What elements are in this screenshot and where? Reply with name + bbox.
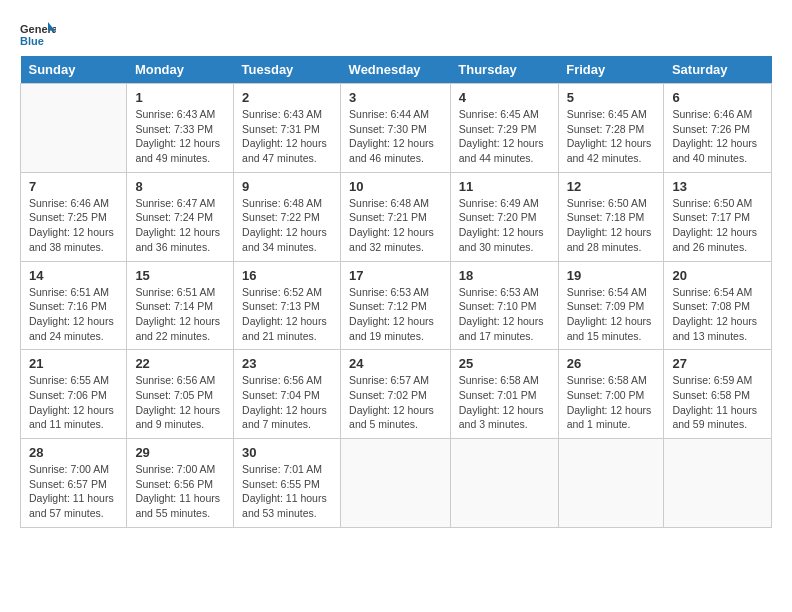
day-number: 1 bbox=[135, 90, 225, 105]
day-info: Sunrise: 6:54 AM Sunset: 7:08 PM Dayligh… bbox=[672, 285, 763, 344]
day-info: Sunrise: 6:51 AM Sunset: 7:16 PM Dayligh… bbox=[29, 285, 118, 344]
day-info: Sunrise: 6:51 AM Sunset: 7:14 PM Dayligh… bbox=[135, 285, 225, 344]
day-number: 17 bbox=[349, 268, 442, 283]
day-number: 11 bbox=[459, 179, 550, 194]
day-number: 20 bbox=[672, 268, 763, 283]
day-number: 29 bbox=[135, 445, 225, 460]
day-header-tuesday: Tuesday bbox=[234, 56, 341, 84]
day-number: 6 bbox=[672, 90, 763, 105]
calendar-cell: 1Sunrise: 6:43 AM Sunset: 7:33 PM Daylig… bbox=[127, 84, 234, 173]
calendar-cell: 26Sunrise: 6:58 AM Sunset: 7:00 PM Dayli… bbox=[558, 350, 664, 439]
calendar-table: SundayMondayTuesdayWednesdayThursdayFrid… bbox=[20, 56, 772, 528]
calendar-cell: 4Sunrise: 6:45 AM Sunset: 7:29 PM Daylig… bbox=[450, 84, 558, 173]
calendar-cell: 15Sunrise: 6:51 AM Sunset: 7:14 PM Dayli… bbox=[127, 261, 234, 350]
svg-text:Blue: Blue bbox=[20, 35, 44, 47]
day-info: Sunrise: 6:52 AM Sunset: 7:13 PM Dayligh… bbox=[242, 285, 332, 344]
day-info: Sunrise: 6:48 AM Sunset: 7:22 PM Dayligh… bbox=[242, 196, 332, 255]
day-number: 15 bbox=[135, 268, 225, 283]
logo-icon: General Blue bbox=[20, 20, 56, 48]
day-number: 25 bbox=[459, 356, 550, 371]
calendar-cell: 3Sunrise: 6:44 AM Sunset: 7:30 PM Daylig… bbox=[341, 84, 451, 173]
calendar-cell: 21Sunrise: 6:55 AM Sunset: 7:06 PM Dayli… bbox=[21, 350, 127, 439]
day-info: Sunrise: 6:43 AM Sunset: 7:31 PM Dayligh… bbox=[242, 107, 332, 166]
day-number: 9 bbox=[242, 179, 332, 194]
day-number: 3 bbox=[349, 90, 442, 105]
calendar-cell bbox=[21, 84, 127, 173]
day-number: 30 bbox=[242, 445, 332, 460]
calendar-cell: 2Sunrise: 6:43 AM Sunset: 7:31 PM Daylig… bbox=[234, 84, 341, 173]
day-info: Sunrise: 7:00 AM Sunset: 6:57 PM Dayligh… bbox=[29, 462, 118, 521]
day-info: Sunrise: 6:44 AM Sunset: 7:30 PM Dayligh… bbox=[349, 107, 442, 166]
calendar-cell: 9Sunrise: 6:48 AM Sunset: 7:22 PM Daylig… bbox=[234, 172, 341, 261]
day-number: 22 bbox=[135, 356, 225, 371]
calendar-cell: 25Sunrise: 6:58 AM Sunset: 7:01 PM Dayli… bbox=[450, 350, 558, 439]
day-number: 13 bbox=[672, 179, 763, 194]
calendar-cell bbox=[664, 439, 772, 528]
day-info: Sunrise: 6:58 AM Sunset: 7:01 PM Dayligh… bbox=[459, 373, 550, 432]
calendar-cell: 18Sunrise: 6:53 AM Sunset: 7:10 PM Dayli… bbox=[450, 261, 558, 350]
day-info: Sunrise: 7:01 AM Sunset: 6:55 PM Dayligh… bbox=[242, 462, 332, 521]
calendar-cell: 29Sunrise: 7:00 AM Sunset: 6:56 PM Dayli… bbox=[127, 439, 234, 528]
day-info: Sunrise: 6:49 AM Sunset: 7:20 PM Dayligh… bbox=[459, 196, 550, 255]
calendar-week-row: 21Sunrise: 6:55 AM Sunset: 7:06 PM Dayli… bbox=[21, 350, 772, 439]
calendar-week-row: 7Sunrise: 6:46 AM Sunset: 7:25 PM Daylig… bbox=[21, 172, 772, 261]
day-number: 23 bbox=[242, 356, 332, 371]
day-info: Sunrise: 6:59 AM Sunset: 6:58 PM Dayligh… bbox=[672, 373, 763, 432]
calendar-cell: 16Sunrise: 6:52 AM Sunset: 7:13 PM Dayli… bbox=[234, 261, 341, 350]
day-number: 7 bbox=[29, 179, 118, 194]
day-info: Sunrise: 6:46 AM Sunset: 7:25 PM Dayligh… bbox=[29, 196, 118, 255]
day-number: 10 bbox=[349, 179, 442, 194]
day-header-monday: Monday bbox=[127, 56, 234, 84]
day-info: Sunrise: 6:55 AM Sunset: 7:06 PM Dayligh… bbox=[29, 373, 118, 432]
calendar-cell: 27Sunrise: 6:59 AM Sunset: 6:58 PM Dayli… bbox=[664, 350, 772, 439]
day-info: Sunrise: 6:54 AM Sunset: 7:09 PM Dayligh… bbox=[567, 285, 656, 344]
calendar-cell: 22Sunrise: 6:56 AM Sunset: 7:05 PM Dayli… bbox=[127, 350, 234, 439]
calendar-cell: 13Sunrise: 6:50 AM Sunset: 7:17 PM Dayli… bbox=[664, 172, 772, 261]
calendar-cell: 28Sunrise: 7:00 AM Sunset: 6:57 PM Dayli… bbox=[21, 439, 127, 528]
day-number: 18 bbox=[459, 268, 550, 283]
calendar-week-row: 1Sunrise: 6:43 AM Sunset: 7:33 PM Daylig… bbox=[21, 84, 772, 173]
day-header-wednesday: Wednesday bbox=[341, 56, 451, 84]
day-number: 2 bbox=[242, 90, 332, 105]
day-info: Sunrise: 6:43 AM Sunset: 7:33 PM Dayligh… bbox=[135, 107, 225, 166]
day-header-thursday: Thursday bbox=[450, 56, 558, 84]
calendar-cell: 7Sunrise: 6:46 AM Sunset: 7:25 PM Daylig… bbox=[21, 172, 127, 261]
day-info: Sunrise: 6:57 AM Sunset: 7:02 PM Dayligh… bbox=[349, 373, 442, 432]
day-info: Sunrise: 6:47 AM Sunset: 7:24 PM Dayligh… bbox=[135, 196, 225, 255]
day-info: Sunrise: 7:00 AM Sunset: 6:56 PM Dayligh… bbox=[135, 462, 225, 521]
day-header-saturday: Saturday bbox=[664, 56, 772, 84]
calendar-cell: 14Sunrise: 6:51 AM Sunset: 7:16 PM Dayli… bbox=[21, 261, 127, 350]
calendar-cell: 17Sunrise: 6:53 AM Sunset: 7:12 PM Dayli… bbox=[341, 261, 451, 350]
calendar-cell: 30Sunrise: 7:01 AM Sunset: 6:55 PM Dayli… bbox=[234, 439, 341, 528]
calendar-cell: 24Sunrise: 6:57 AM Sunset: 7:02 PM Dayli… bbox=[341, 350, 451, 439]
day-number: 24 bbox=[349, 356, 442, 371]
calendar-header-row: SundayMondayTuesdayWednesdayThursdayFrid… bbox=[21, 56, 772, 84]
day-number: 16 bbox=[242, 268, 332, 283]
day-number: 14 bbox=[29, 268, 118, 283]
calendar-cell: 6Sunrise: 6:46 AM Sunset: 7:26 PM Daylig… bbox=[664, 84, 772, 173]
day-info: Sunrise: 6:48 AM Sunset: 7:21 PM Dayligh… bbox=[349, 196, 442, 255]
day-info: Sunrise: 6:53 AM Sunset: 7:10 PM Dayligh… bbox=[459, 285, 550, 344]
day-number: 5 bbox=[567, 90, 656, 105]
day-header-friday: Friday bbox=[558, 56, 664, 84]
calendar-cell bbox=[341, 439, 451, 528]
calendar-cell: 10Sunrise: 6:48 AM Sunset: 7:21 PM Dayli… bbox=[341, 172, 451, 261]
day-number: 26 bbox=[567, 356, 656, 371]
calendar-cell: 19Sunrise: 6:54 AM Sunset: 7:09 PM Dayli… bbox=[558, 261, 664, 350]
calendar-cell: 12Sunrise: 6:50 AM Sunset: 7:18 PM Dayli… bbox=[558, 172, 664, 261]
page-header: General Blue bbox=[20, 20, 772, 48]
calendar-cell bbox=[450, 439, 558, 528]
day-info: Sunrise: 6:45 AM Sunset: 7:28 PM Dayligh… bbox=[567, 107, 656, 166]
day-number: 4 bbox=[459, 90, 550, 105]
calendar-cell: 23Sunrise: 6:56 AM Sunset: 7:04 PM Dayli… bbox=[234, 350, 341, 439]
day-info: Sunrise: 6:50 AM Sunset: 7:18 PM Dayligh… bbox=[567, 196, 656, 255]
calendar-cell: 11Sunrise: 6:49 AM Sunset: 7:20 PM Dayli… bbox=[450, 172, 558, 261]
day-number: 8 bbox=[135, 179, 225, 194]
day-header-sunday: Sunday bbox=[21, 56, 127, 84]
calendar-cell bbox=[558, 439, 664, 528]
day-info: Sunrise: 6:46 AM Sunset: 7:26 PM Dayligh… bbox=[672, 107, 763, 166]
day-number: 19 bbox=[567, 268, 656, 283]
day-info: Sunrise: 6:53 AM Sunset: 7:12 PM Dayligh… bbox=[349, 285, 442, 344]
calendar-cell: 20Sunrise: 6:54 AM Sunset: 7:08 PM Dayli… bbox=[664, 261, 772, 350]
day-number: 21 bbox=[29, 356, 118, 371]
